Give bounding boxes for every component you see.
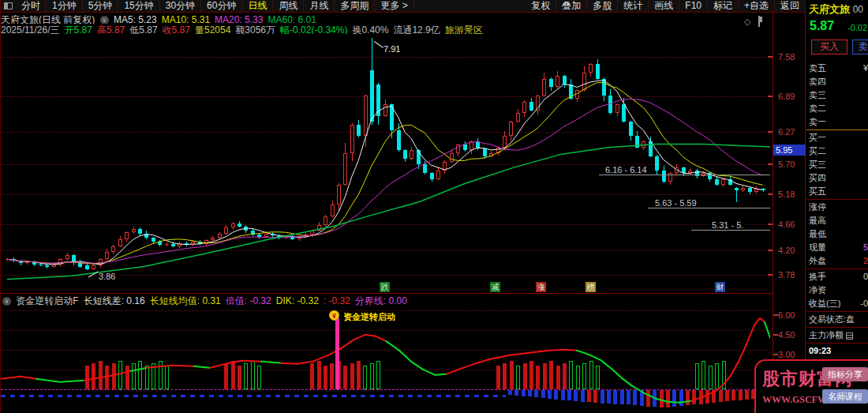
period-tab[interactable]: 日线 xyxy=(242,0,273,12)
chart-title-row: 天府文旅(日线 前复权) ∨ MA5: 5.23MA10: 5.31MA20: … xyxy=(1,13,773,24)
panel-row: 卖五¥ xyxy=(806,62,868,75)
signal-label: 资金逆转启动 xyxy=(343,311,395,323)
toolbar-button[interactable]: 叠加 xyxy=(556,0,587,12)
low-annotation: 3.86 xyxy=(99,272,115,281)
watermark-box: 股市财富网 WWW.GSCFW.COM 指标分享 名师课程 xyxy=(754,359,868,413)
chart-badge: 减 xyxy=(490,282,500,292)
period-tab[interactable]: 分时 xyxy=(16,0,47,12)
panel-separator xyxy=(806,199,868,200)
period-tab[interactable]: 15分钟 xyxy=(118,0,159,12)
chart-badge: 财 xyxy=(715,282,725,292)
panel-separator xyxy=(806,327,868,328)
axis-tick xyxy=(773,334,778,336)
panel-row: 卖四 xyxy=(806,75,868,88)
period-tab[interactable]: 30分钟 xyxy=(160,0,201,12)
chart-badge: 跌 xyxy=(380,282,390,292)
panel-row: 换手0 xyxy=(806,270,868,283)
panel-row-label: 收益(三) xyxy=(809,298,840,308)
price-level-label: 6.16 - 6.14 xyxy=(603,165,649,175)
panel-separator xyxy=(806,268,868,269)
signal-bar xyxy=(335,318,339,389)
price-axis-label: 5.70 xyxy=(778,160,795,169)
net-amount-icon xyxy=(846,332,853,340)
period-tab[interactable]: 月线 xyxy=(304,0,335,12)
sell-button[interactable]: 卖出 xyxy=(852,39,868,54)
indicator-collapse-icon[interactable]: ∨ xyxy=(2,297,11,306)
indicator-axis-label: 4.50 xyxy=(778,330,795,340)
toolbar-button[interactable]: 复权 xyxy=(526,0,556,12)
buy-button[interactable]: 买入 xyxy=(811,39,847,54)
period-tab[interactable]: 60分钟 xyxy=(201,0,242,12)
last-price: 5.87 xyxy=(810,19,834,33)
indicator-value: 倍值: -0.32 xyxy=(226,295,271,306)
panel-row: 09:23 xyxy=(806,344,868,358)
chart-title: 天府文旅(日线 前复权) xyxy=(1,14,95,24)
panel-row-label: 卖五 xyxy=(809,63,826,73)
chart-badge: 涨 xyxy=(536,282,546,292)
panel-row-label: 换手 xyxy=(809,272,826,281)
period-tab[interactable]: 5分钟 xyxy=(83,0,119,12)
indicator-value: DIK: -0.32 xyxy=(276,295,319,306)
indicator-value: 长短线差: 0.16 xyxy=(84,295,145,306)
panel-row: 主力净额 xyxy=(806,329,868,342)
panel-row: 涨停 xyxy=(806,201,868,214)
panel-row-label: 交易状态:盘 xyxy=(809,314,855,324)
ma-value: MA60: 6.01 xyxy=(268,14,316,24)
price-axis-label: 4.66 xyxy=(778,220,795,229)
panel-row: 交易状态:盘 xyxy=(806,313,868,326)
panel-row: 卖一 xyxy=(806,115,868,129)
collapse-icon[interactable]: ∨ xyxy=(100,16,109,24)
toolbar-button[interactable]: 画线 xyxy=(649,0,679,12)
panel-row-value: 0 xyxy=(863,270,868,283)
panel-row-label: 买五 xyxy=(809,186,826,196)
panel-separator xyxy=(806,311,868,312)
price-axis: 7.586.896.275.705.184.664.203.785.956.00… xyxy=(773,13,806,413)
period-tab[interactable]: 多周期 xyxy=(335,0,375,12)
indicator-value: 分界线: 0.00 xyxy=(355,295,407,306)
period-tab[interactable]: 更多 > xyxy=(375,0,413,12)
panel-separator xyxy=(806,130,868,130)
ma-line-ma20 xyxy=(7,99,763,263)
panel-row-label: 现量 xyxy=(809,242,826,252)
panel-row-label: 最低 xyxy=(809,229,826,238)
teacher-course-button[interactable]: 名师课程 xyxy=(822,389,868,404)
panel-row-label: 净资 xyxy=(809,285,826,295)
price-level-line xyxy=(648,208,770,208)
ma-value: MA5: 5.23 xyxy=(114,14,157,24)
candlestick-chart[interactable]: 6.16 - 6.145.63 - 5.595.31 - 5.7.913.86跌… xyxy=(1,33,773,294)
panel-row-value: 5 xyxy=(863,241,868,254)
indicator-chart[interactable]: ¥资金逆转启动 xyxy=(1,308,773,413)
period-tab[interactable]: 1分钟 xyxy=(47,0,83,12)
toolbar-button[interactable]: 多股 xyxy=(587,0,618,12)
pane-split-icon[interactable] xyxy=(758,17,760,26)
ma-value: MA20: 5.33 xyxy=(215,14,263,24)
period-toolbar: 分时1分钟5分钟15分钟30分钟60分钟日线周线月线多周期更多 > 复权叠加多股… xyxy=(1,0,806,13)
indicator-header: ∨ 资金逆转启动F长短线差: 0.16长短线均值: 0.31倍值: -0.32D… xyxy=(1,295,773,308)
panel-row-label: 09:23 xyxy=(809,346,831,355)
panel-row-value: 2 xyxy=(863,254,868,268)
diamond-icon[interactable]: ◇ xyxy=(744,17,750,26)
axis-tick xyxy=(773,354,778,355)
panel-row-label: 卖一 xyxy=(809,117,826,126)
toolbar-button[interactable]: +自选 xyxy=(739,0,775,12)
indicator-share-button[interactable]: 指标分享 xyxy=(822,367,868,381)
toolbar-button[interactable]: F10 xyxy=(679,0,708,12)
toolbar-button[interactable]: 统计 xyxy=(618,0,649,12)
panel-separator xyxy=(806,343,868,344)
toolbar-button[interactable]: 返回 xyxy=(775,0,806,12)
period-tab[interactable]: 周线 xyxy=(273,0,304,12)
panel-row-label: 主力净额 xyxy=(809,330,844,340)
toolbar-buttons: 复权叠加多股统计画线F10标记+自选返回 xyxy=(526,0,806,12)
window-split-icon[interactable] xyxy=(4,2,13,9)
ma-values: MA5: 5.23MA10: 5.31MA20: 5.33MA60: 6.01 xyxy=(114,14,321,24)
price-axis-label: 4.20 xyxy=(778,246,795,255)
panel-row-label: 涨停 xyxy=(809,202,826,212)
price-level-line xyxy=(599,175,770,175)
stock-code: 00 xyxy=(853,4,863,15)
panel-row: 买一 xyxy=(806,131,868,145)
toolbar-button[interactable]: 标记 xyxy=(708,0,739,12)
panel-row: 买二 xyxy=(806,145,868,158)
trading-app-window: 分时1分钟5分钟15分钟30分钟60分钟日线周线月线多周期更多 > 复权叠加多股… xyxy=(0,0,868,413)
panel-row: 买四 xyxy=(806,171,868,185)
panel-row-label: 卖四 xyxy=(809,77,826,86)
